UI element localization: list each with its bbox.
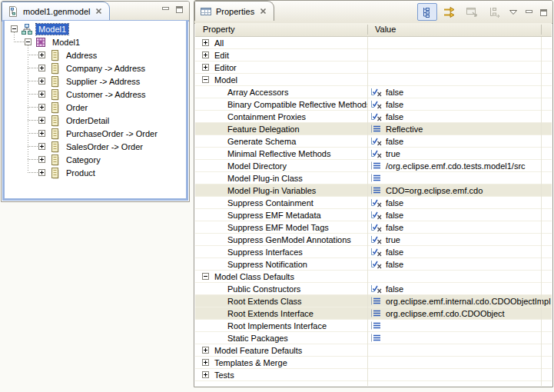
category-row[interactable]: All xyxy=(195,37,552,49)
property-row[interactable]: Suppress Notificationfalse xyxy=(195,258,552,271)
expand-icon[interactable] xyxy=(202,371,209,378)
property-row[interactable]: Suppress EMF Metadatafalse xyxy=(195,209,552,221)
property-row[interactable]: Model Plug-in Class xyxy=(195,172,552,184)
show-categories-button[interactable] xyxy=(417,3,437,21)
value-cell[interactable]: true xyxy=(367,148,552,158)
property-label: All xyxy=(214,38,224,48)
expand-icon[interactable] xyxy=(38,78,45,85)
tree-item[interactable]: Model1 xyxy=(5,22,186,35)
value-cell[interactable] xyxy=(367,321,552,331)
property-row[interactable]: Root Implements Interface xyxy=(195,320,552,332)
show-advanced-properties-button[interactable] xyxy=(440,3,459,21)
value-cell[interactable]: true xyxy=(367,234,552,244)
property-row[interactable]: Public Constructorsfalse xyxy=(195,283,552,295)
collapse-icon[interactable] xyxy=(202,273,209,280)
tree-item[interactable]: Company -> Address xyxy=(5,61,186,75)
expand-icon[interactable] xyxy=(38,51,45,58)
value-cell[interactable]: org.eclipse.emf.cdo.CDOObject xyxy=(367,308,552,318)
expand-icon[interactable] xyxy=(38,130,45,137)
property-cell: Static Packages xyxy=(195,334,367,343)
minimize-button[interactable] xyxy=(161,5,170,13)
property-row[interactable]: Root Extends Interfaceorg.eclipse.emf.cd… xyxy=(195,307,552,320)
collapse-icon[interactable] xyxy=(202,76,209,83)
tree-item[interactable]: Order xyxy=(5,101,186,114)
value-cell[interactable]: false xyxy=(367,99,552,109)
expand-icon[interactable] xyxy=(38,117,45,124)
property-row[interactable]: Suppress GenModel Annotationstrue xyxy=(195,234,552,246)
tree-item[interactable]: Category xyxy=(5,153,186,166)
property-row[interactable]: Suppress EMF Model Tagsfalse xyxy=(195,221,552,234)
expand-icon[interactable] xyxy=(38,143,45,150)
tree-item[interactable]: SalesOrder -> Order xyxy=(5,140,186,153)
close-icon[interactable] xyxy=(95,8,102,15)
value-cell[interactable]: false xyxy=(367,198,552,208)
value-cell[interactable]: false xyxy=(367,210,552,220)
property-row[interactable]: Binary Compatible Reflective Methodsfals… xyxy=(195,98,552,111)
value-text: CDO=org.eclipse.emf.cdo xyxy=(386,186,483,195)
tree-item[interactable]: OrderDetail xyxy=(5,114,186,127)
value-cell[interactable] xyxy=(367,333,552,343)
tree-item[interactable]: Address xyxy=(5,48,186,61)
expand-icon[interactable] xyxy=(202,359,209,366)
value-cell[interactable]: false xyxy=(367,247,552,257)
close-icon[interactable] xyxy=(260,8,267,15)
value-cell[interactable]: false xyxy=(367,259,552,269)
header-column-divider[interactable] xyxy=(541,25,542,35)
expand-icon[interactable] xyxy=(38,156,45,163)
value-text: org.eclipse.emf.internal.cdo.CDOObjectIm… xyxy=(386,297,551,306)
value-cell[interactable]: CDO=org.eclipse.emf.cdo xyxy=(367,185,552,195)
value-cell[interactable]: Reflective xyxy=(367,124,552,134)
expand-icon[interactable] xyxy=(202,51,209,58)
property-row[interactable]: Minimal Reflective Methodstrue xyxy=(195,148,552,160)
category-row[interactable]: Tests xyxy=(195,369,552,381)
expand-icon[interactable] xyxy=(202,39,209,46)
value-cell[interactable] xyxy=(367,173,552,183)
maximize-button[interactable] xyxy=(175,5,184,13)
property-row[interactable]: Generate Schemafalse xyxy=(195,135,552,148)
header-column-divider[interactable] xyxy=(367,25,368,35)
collapse-icon[interactable] xyxy=(25,38,32,45)
category-row[interactable]: Model Feature Defaults xyxy=(195,344,552,357)
property-row[interactable]: Model Plug-in VariablesCDO=org.eclipse.e… xyxy=(195,184,552,197)
expand-icon[interactable] xyxy=(38,65,45,71)
expand-icon[interactable] xyxy=(202,347,209,354)
category-row[interactable]: Edit xyxy=(195,49,552,61)
tree-item[interactable]: Customer -> Address xyxy=(5,88,186,101)
category-row[interactable]: Model Class Defaults xyxy=(195,271,552,283)
view-menu-button[interactable] xyxy=(506,3,520,21)
property-row[interactable]: Static Packages xyxy=(195,332,552,344)
category-row[interactable]: Editor xyxy=(195,61,552,74)
property-row[interactable]: Containment Proxiesfalse xyxy=(195,111,552,123)
value-cell[interactable]: false xyxy=(367,136,552,146)
genmodel-file-icon xyxy=(7,5,19,18)
minimize-button[interactable] xyxy=(522,3,535,21)
maximize-button[interactable] xyxy=(537,3,549,21)
expand-icon[interactable] xyxy=(38,104,45,111)
table-header: Property Value xyxy=(195,23,552,37)
property-row[interactable]: Feature DelegationReflective xyxy=(195,123,552,135)
expand-icon[interactable] xyxy=(202,64,209,71)
expand-icon[interactable] xyxy=(38,91,45,98)
tree-item[interactable]: Supplier -> Address xyxy=(5,75,186,88)
tree-item[interactable]: Product xyxy=(5,166,186,179)
value-cell[interactable]: org.eclipse.emf.internal.cdo.CDOObjectIm… xyxy=(367,296,552,306)
collapse-icon[interactable] xyxy=(11,25,18,32)
property-row[interactable]: Model Directory/org.eclipse.emf.cdo.test… xyxy=(195,160,552,172)
value-cell[interactable]: false xyxy=(367,111,552,121)
value-cell[interactable]: /org.eclipse.emf.cdo.tests.model1/src xyxy=(367,161,552,171)
tree-item[interactable]: Model1 xyxy=(5,35,186,48)
property-row[interactable]: Suppress Containmentfalse xyxy=(195,197,552,209)
value-cell[interactable]: false xyxy=(367,87,552,97)
property-row[interactable]: Array Accessorsfalse xyxy=(195,86,552,98)
column-divider[interactable] xyxy=(367,37,368,386)
value-cell[interactable]: false xyxy=(367,222,552,232)
value-cell[interactable]: false xyxy=(367,284,552,294)
tab-model1-genmodel[interactable]: model1.genmodel xyxy=(2,2,110,20)
tab-properties[interactable]: Properties xyxy=(194,1,274,21)
category-row[interactable]: Model xyxy=(195,74,552,86)
expand-icon[interactable] xyxy=(38,169,45,176)
property-row[interactable]: Root Extends Classorg.eclipse.emf.intern… xyxy=(195,295,552,307)
property-row[interactable]: Suppress Interfacesfalse xyxy=(195,246,552,258)
tree-item[interactable]: PurchaseOrder -> Order xyxy=(5,127,186,140)
category-row[interactable]: Templates & Merge xyxy=(195,357,552,369)
